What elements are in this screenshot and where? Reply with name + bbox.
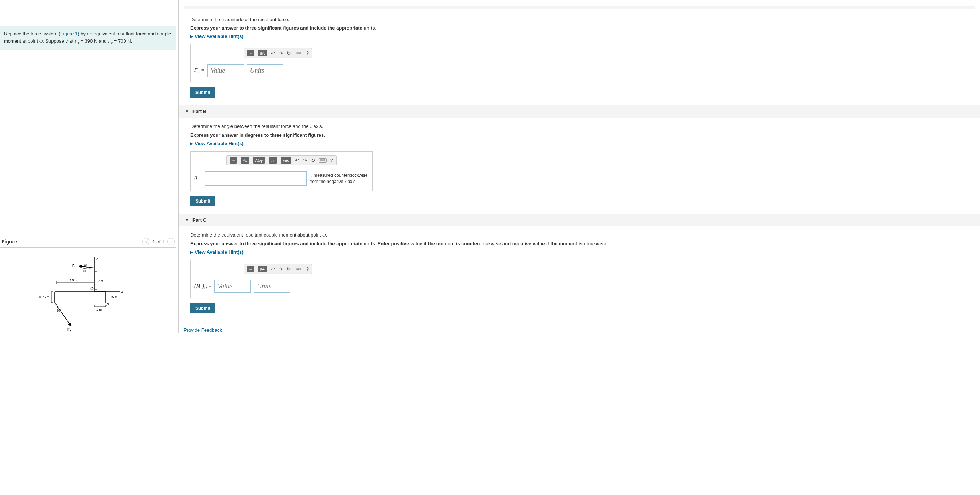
figure-prev-button[interactable]: ‹ — [142, 238, 150, 245]
svg-text:x: x — [121, 290, 124, 293]
part-a-toolbar: ▫▫ μÅ ↶ ↷ ↻ ⌨ ? — [243, 48, 312, 58]
part-b-question: Determine the angle between the resultan… — [190, 124, 975, 129]
figure-section: Figure ‹ 1 of 1 › y — [0, 236, 176, 333]
part-c-units-input[interactable] — [254, 280, 290, 293]
undo-icon[interactable]: ↶ — [270, 50, 275, 56]
svg-text:12: 12 — [84, 264, 87, 266]
svg-text:60°: 60° — [57, 309, 62, 312]
part-c-header[interactable]: ▼ Part C — [179, 213, 980, 226]
greek-tool-icon[interactable]: ΑΣφ — [253, 157, 265, 164]
part-b-submit-button[interactable]: Submit — [190, 196, 215, 206]
part-b: Determine the angle between the resultan… — [184, 124, 975, 206]
figure-next-button[interactable]: › — [167, 238, 175, 245]
svg-line-31 — [55, 302, 71, 326]
part-a-value-input[interactable] — [207, 64, 244, 77]
part-b-toolbar: ▫▫ √x ΑΣφ ↓↑ vec ↶ ↷ ↻ ⌨ ? — [226, 155, 337, 166]
part-c-answer-box: ▫▫ μÅ ↶ ↷ ↻ ⌨ ? (MR)O = — [190, 260, 365, 298]
template-tool-icon[interactable]: ▫▫ — [230, 157, 237, 164]
collapse-icon: ▼ — [185, 109, 189, 113]
part-a-variable-label: FR = — [194, 67, 205, 74]
part-c-question: Determine the equivalent resultant coupl… — [190, 232, 975, 238]
part-c: Determine the equivalent resultant coupl… — [184, 232, 975, 314]
part-a-submit-button[interactable]: Submit — [190, 88, 215, 98]
part-a-header-bar — [184, 6, 975, 10]
svg-text:P: P — [107, 303, 109, 307]
part-b-suffix: °, measured counterclockwise from the ne… — [310, 172, 368, 185]
part-b-header[interactable]: ▼ Part B — [179, 105, 980, 118]
redo-icon[interactable]: ↷ — [278, 266, 283, 272]
part-c-toolbar: ▫▫ μÅ ↶ ↷ ↻ ⌨ ? — [243, 264, 312, 274]
part-a-question: Determine the magnitude of the resultant… — [190, 17, 975, 22]
keyboard-icon[interactable]: ⌨ — [294, 267, 302, 271]
reset-icon[interactable]: ↻ — [286, 50, 291, 56]
expand-icon: ▶ — [190, 34, 193, 38]
figure-diagram: y x O F1 12 5 13 — [0, 248, 176, 333]
right-panel: Determine the magnitude of the resultant… — [179, 0, 980, 333]
left-panel: Replace the force system (Figure 1) by a… — [0, 0, 179, 333]
part-c-instruction: Express your answer to three significant… — [190, 241, 975, 247]
arrows-tool-icon[interactable]: ↓↑ — [269, 157, 277, 164]
figure-nav: ‹ 1 of 1 › — [142, 238, 175, 245]
svg-text:F2: F2 — [67, 328, 71, 332]
units-tool-icon[interactable]: μÅ — [258, 50, 267, 56]
svg-text:1 m: 1 m — [96, 308, 102, 311]
help-icon[interactable]: ? — [330, 158, 333, 163]
units-tool-icon[interactable]: μÅ — [258, 266, 267, 272]
part-a-answer-box: ▫▫ μÅ ↶ ↷ ↻ ⌨ ? FR = — [190, 44, 365, 83]
svg-line-6 — [78, 266, 95, 268]
help-icon[interactable]: ? — [306, 266, 309, 272]
redo-icon[interactable]: ↷ — [303, 158, 307, 163]
svg-text:5: 5 — [89, 266, 91, 269]
part-b-answer-box: ▫▫ √x ΑΣφ ↓↑ vec ↶ ↷ ↻ ⌨ ? θ = °, measur… — [190, 151, 372, 191]
provide-feedback-link[interactable]: Provide Feedback — [184, 327, 222, 333]
svg-text:2 m: 2 m — [98, 279, 103, 283]
expand-icon: ▶ — [190, 142, 193, 145]
undo-icon[interactable]: ↶ — [295, 158, 299, 163]
sqrt-tool-icon[interactable]: √x — [240, 157, 250, 164]
part-a-instruction: Express your answer to three significant… — [190, 25, 975, 30]
part-a: Determine the magnitude of the resultant… — [184, 17, 975, 98]
part-c-submit-button[interactable]: Submit — [190, 303, 215, 314]
part-c-variable-label: (MR)O = — [194, 283, 212, 290]
part-b-instruction: Express your answer in degrees to three … — [190, 132, 975, 138]
template-tool-icon[interactable]: ▫▫ — [247, 50, 254, 56]
vec-tool-icon[interactable]: vec — [281, 157, 291, 164]
svg-text:0.75 m: 0.75 m — [108, 295, 118, 299]
part-b-value-input[interactable] — [205, 171, 307, 186]
part-a-units-input[interactable] — [247, 64, 283, 77]
expand-icon: ▶ — [190, 250, 193, 254]
reset-icon[interactable]: ↻ — [311, 158, 315, 163]
part-a-hints-toggle[interactable]: ▶ View Available Hint(s) — [190, 33, 975, 39]
figure-link[interactable]: Figure 1 — [60, 31, 78, 37]
svg-text:y: y — [96, 256, 99, 259]
redo-icon[interactable]: ↷ — [278, 50, 283, 56]
figure-header: Figure ‹ 1 of 1 › — [0, 236, 176, 248]
reset-icon[interactable]: ↻ — [286, 266, 291, 272]
undo-icon[interactable]: ↶ — [270, 266, 275, 272]
part-b-variable-label: θ = — [194, 176, 202, 181]
svg-text:O: O — [91, 286, 94, 291]
figure-page: 1 of 1 — [153, 239, 164, 245]
svg-text:2.5 m: 2.5 m — [69, 279, 78, 282]
help-icon[interactable]: ? — [306, 50, 309, 56]
problem-text: Replace the force system ( — [4, 31, 60, 37]
part-c-value-input[interactable] — [215, 280, 251, 293]
keyboard-icon[interactable]: ⌨ — [319, 158, 327, 162]
figure-title: Figure — [2, 239, 17, 245]
template-tool-icon[interactable]: ▫▫ — [247, 266, 254, 272]
keyboard-icon[interactable]: ⌨ — [294, 51, 302, 56]
svg-text:13: 13 — [83, 270, 86, 272]
part-c-hints-toggle[interactable]: ▶ View Available Hint(s) — [190, 249, 975, 255]
svg-text:0.75 m: 0.75 m — [40, 295, 49, 299]
problem-statement: Replace the force system (Figure 1) by a… — [0, 25, 176, 50]
collapse-icon: ▼ — [185, 218, 189, 222]
part-b-hints-toggle[interactable]: ▶ View Available Hint(s) — [190, 141, 975, 146]
svg-text:F1: F1 — [72, 264, 76, 269]
